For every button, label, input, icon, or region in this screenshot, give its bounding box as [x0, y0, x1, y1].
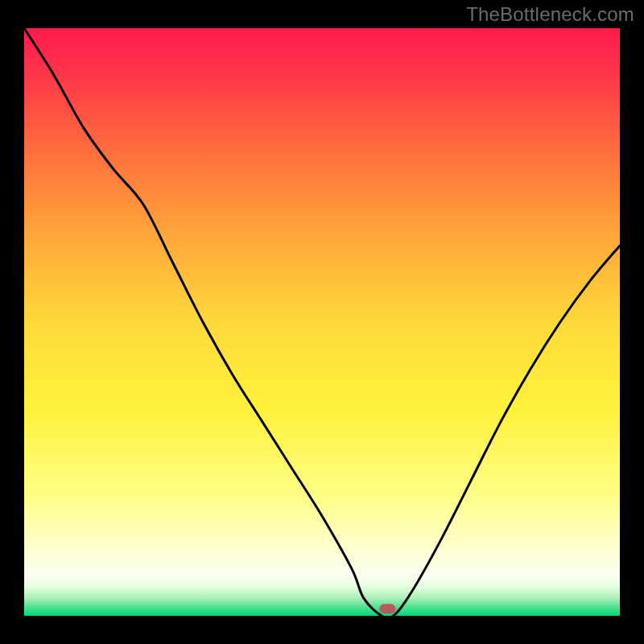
chart-svg	[24, 28, 620, 616]
optimal-marker	[379, 604, 395, 613]
watermark-text: TheBottleneck.com	[466, 3, 634, 26]
chart-plot-area	[24, 28, 620, 616]
chart-frame: TheBottleneck.com	[0, 0, 644, 644]
gradient-background	[24, 28, 620, 616]
